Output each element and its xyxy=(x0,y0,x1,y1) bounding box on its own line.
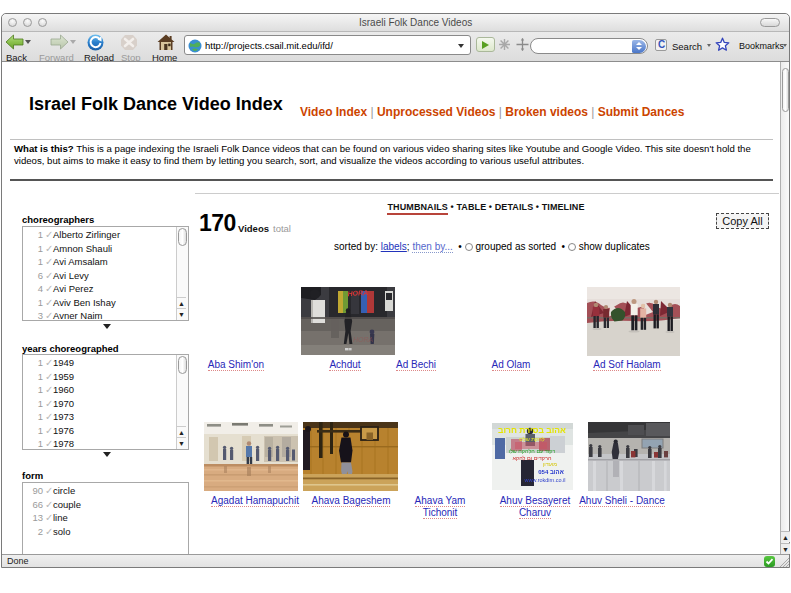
svg-text:אהוב בסירת חרוב: אהוב בסירת חרוב xyxy=(498,425,566,435)
svg-text:אהוב 054: אהוב 054 xyxy=(538,469,563,475)
svg-text:מועדון: מועדון xyxy=(543,461,558,467)
svg-text:www.rokdim.co.il: www.rokdim.co.il xyxy=(524,477,566,483)
svg-text:רקוד עם הלהקה שלו: רקוד עם הלהקה שלו xyxy=(508,448,555,454)
svg-text:HORA: HORA xyxy=(353,336,374,343)
svg-text:להקת שלס: להקת שלס xyxy=(519,436,544,442)
svg-text:הרקדים ום להקא: הרקדים ום להקא xyxy=(513,455,552,461)
svg-text:HORA: HORA xyxy=(347,289,368,297)
